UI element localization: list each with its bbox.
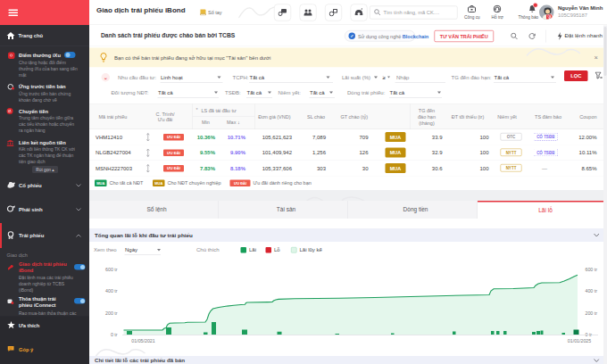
svg-text:400 tr: 400 tr <box>586 288 598 294</box>
svg-text:400 tr: 400 tr <box>105 288 118 294</box>
svg-text:200 tr: 200 tr <box>105 310 118 316</box>
svg-text:01/01/2025: 01/01/2025 <box>568 338 591 343</box>
svg-text:600 tr: 600 tr <box>586 267 598 272</box>
svg-text:200 tr: 200 tr <box>586 310 598 316</box>
svg-text:0 tr: 0 tr <box>111 332 118 337</box>
svg-text:600 tr: 600 tr <box>105 267 118 272</box>
svg-text:0 tr: 0 tr <box>586 332 593 337</box>
svg-text:01/05/2021: 01/05/2021 <box>131 338 154 343</box>
